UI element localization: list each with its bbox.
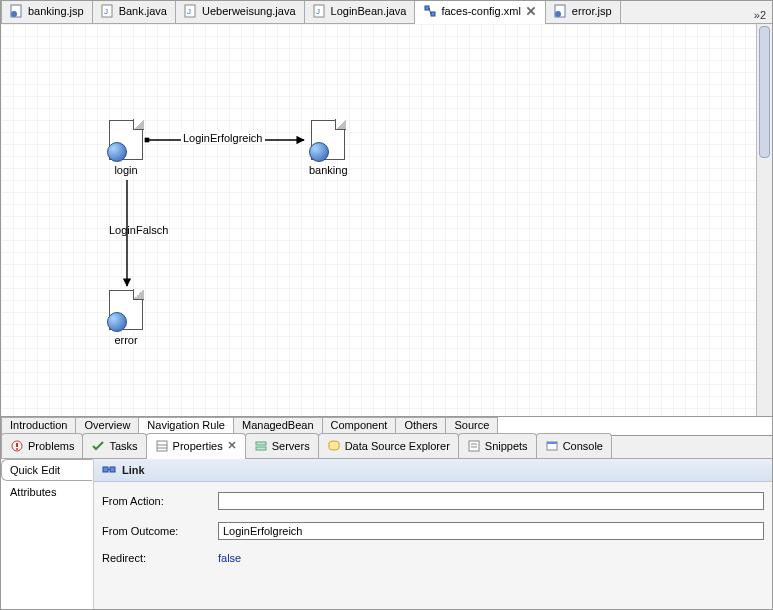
view-tab-label: Snippets xyxy=(485,440,528,452)
diagram-arrows xyxy=(1,24,772,416)
svg-line-10 xyxy=(429,8,431,14)
vertical-scrollbar[interactable] xyxy=(756,24,772,416)
diagram-node-banking[interactable]: banking xyxy=(309,120,348,176)
overflow-count: 2 xyxy=(760,9,766,21)
editor-tab-banking-jsp[interactable]: banking.jsp xyxy=(1,0,93,23)
view-tab-label: Servers xyxy=(272,440,310,452)
servers-icon xyxy=(254,439,268,453)
view-tab-dse[interactable]: Data Source Explorer xyxy=(318,433,459,458)
editor-tab-label: Ueberweisung.java xyxy=(202,5,296,17)
node-label: banking xyxy=(309,164,348,176)
view-tab-properties[interactable]: Properties xyxy=(146,433,246,459)
view-tab-problems[interactable]: Problems xyxy=(1,433,83,458)
svg-rect-27 xyxy=(256,447,266,450)
view-tab-label: Console xyxy=(563,440,603,452)
edge-label-fail[interactable]: LoginFalsch xyxy=(109,224,168,236)
view-tab-snippets[interactable]: Snippets xyxy=(458,433,537,458)
from-outcome-input[interactable] xyxy=(218,522,764,540)
editor-tab-label: faces-config.xml xyxy=(441,5,520,17)
scrollbar-thumb[interactable] xyxy=(759,26,770,158)
properties-title-bar: Link xyxy=(94,459,772,482)
jsp-icon xyxy=(554,4,568,18)
page-icon xyxy=(109,290,143,330)
svg-rect-26 xyxy=(256,442,266,445)
edge-label-success[interactable]: LoginErfolgreich xyxy=(181,132,265,144)
editor-tab-label: error.jsp xyxy=(572,5,612,17)
svg-point-20 xyxy=(16,448,18,450)
close-icon[interactable] xyxy=(227,440,237,452)
editor-tab-label: banking.jsp xyxy=(28,5,84,17)
properties-body: Link From Action: From Outcome: Redirect… xyxy=(94,459,772,609)
editor-tab-label: LoginBean.java xyxy=(331,5,407,17)
properties-view: Quick Edit Attributes Link From Action: … xyxy=(1,459,772,609)
svg-text:J: J xyxy=(187,7,191,16)
editor-tab-label: Bank.java xyxy=(119,5,167,17)
editor-tab-bar: banking.jsp J Bank.java J Ueberweisung.j… xyxy=(1,1,772,24)
from-action-input[interactable] xyxy=(218,492,764,510)
java-icon: J xyxy=(184,4,198,18)
faces-icon xyxy=(423,4,437,18)
svg-rect-29 xyxy=(469,441,479,451)
svg-rect-35 xyxy=(110,467,115,472)
link-icon xyxy=(102,463,116,477)
jsp-icon xyxy=(10,4,24,18)
svg-rect-33 xyxy=(547,442,557,444)
editor-tab-error-jsp[interactable]: error.jsp xyxy=(545,0,621,23)
view-tab-console[interactable]: Console xyxy=(536,433,612,458)
problems-icon xyxy=(10,439,24,453)
from-outcome-label: From Outcome: xyxy=(102,525,212,537)
redirect-value[interactable]: false xyxy=(218,552,764,564)
console-icon xyxy=(545,439,559,453)
svg-point-14 xyxy=(555,11,561,17)
dse-icon xyxy=(327,439,341,453)
view-tab-tasks[interactable]: Tasks xyxy=(82,433,146,458)
java-icon: J xyxy=(101,4,115,18)
properties-icon xyxy=(155,439,169,453)
properties-form: From Action: From Outcome: Redirect: fal… xyxy=(94,482,772,574)
snippets-icon xyxy=(467,439,481,453)
svg-rect-8 xyxy=(425,6,429,10)
properties-side-tabs: Quick Edit Attributes xyxy=(1,459,94,609)
view-tab-label: Data Source Explorer xyxy=(345,440,450,452)
svg-point-1 xyxy=(11,11,17,17)
redirect-label: Redirect: xyxy=(102,552,212,564)
editor-tab-loginbean-java[interactable]: J LoginBean.java xyxy=(304,0,416,23)
tasks-icon xyxy=(91,439,105,453)
node-label: login xyxy=(114,164,137,176)
editor-tab-overflow[interactable]: »2 xyxy=(748,7,772,23)
view-tab-label: Tasks xyxy=(109,440,137,452)
page-icon xyxy=(311,120,345,160)
view-tab-servers[interactable]: Servers xyxy=(245,433,319,458)
navigation-diagram[interactable]: login banking error LoginErfolgreich Log… xyxy=(1,24,772,417)
page-icon xyxy=(109,120,143,160)
svg-rect-34 xyxy=(103,467,108,472)
view-tab-bar: Problems Tasks Properties Servers Data S… xyxy=(1,436,772,459)
ide-root: banking.jsp J Bank.java J Ueberweisung.j… xyxy=(0,0,773,610)
editor-tab-faces-config[interactable]: faces-config.xml xyxy=(414,0,545,24)
editor-tab-ueberweisung-java[interactable]: J Ueberweisung.java xyxy=(175,0,305,23)
side-tab-attributes[interactable]: Attributes xyxy=(1,481,93,503)
side-tab-quick-edit[interactable]: Quick Edit xyxy=(1,459,93,481)
node-label: error xyxy=(114,334,137,346)
java-icon: J xyxy=(313,4,327,18)
properties-title: Link xyxy=(122,464,145,476)
diagram-node-error[interactable]: error xyxy=(109,290,143,346)
svg-rect-9 xyxy=(431,12,435,16)
diagram-node-login[interactable]: login xyxy=(109,120,143,176)
close-icon[interactable] xyxy=(525,5,537,17)
view-tab-label: Properties xyxy=(173,440,223,452)
editor-tab-bank-java[interactable]: J Bank.java xyxy=(92,0,176,23)
svg-text:J: J xyxy=(316,7,320,16)
svg-rect-21 xyxy=(157,441,167,451)
view-tab-label: Problems xyxy=(28,440,74,452)
svg-text:J: J xyxy=(104,7,108,16)
from-action-label: From Action: xyxy=(102,495,212,507)
